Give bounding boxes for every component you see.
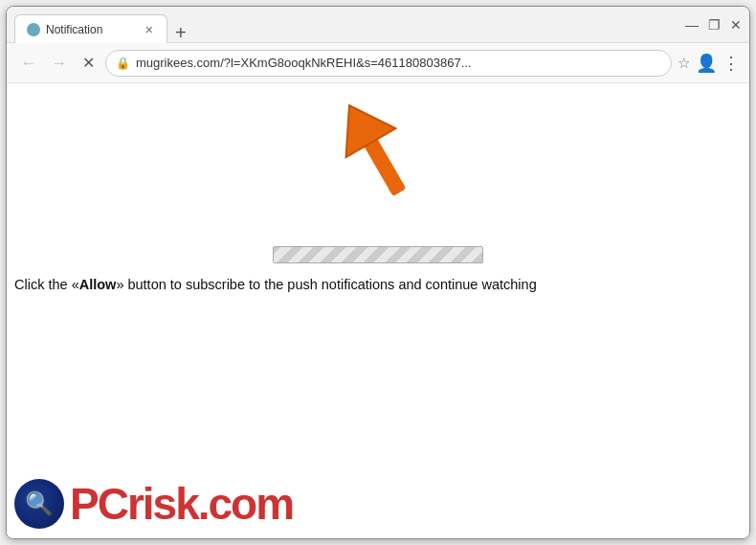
window-controls: — ❐ ✕ [685, 18, 742, 32]
nav-bar: ← → ✕ 🔒 mugrikees.com/?l=XKmG8ooqkNkREHI… [7, 43, 749, 83]
tab-title: Notification [46, 23, 138, 36]
forward-button[interactable]: → [47, 52, 72, 75]
profile-icon[interactable]: 👤 [696, 53, 717, 74]
lock-icon: 🔒 [116, 57, 130, 70]
pcrisk-text: PCrisk.com [70, 482, 293, 526]
svg-marker-1 [324, 93, 395, 157]
notification-text: Click the «Allow» button to subscribe to… [14, 275, 749, 296]
tab-favicon [27, 23, 40, 36]
stop-button[interactable]: ✕ [78, 52, 100, 75]
browser-window: Notification × + — ❐ ✕ ← → ✕ 🔒 mugrikees… [6, 6, 750, 539]
bookmark-icon[interactable]: ☆ [678, 55, 690, 72]
close-button[interactable]: ✕ [730, 18, 742, 32]
tab-area: Notification × + [14, 7, 685, 42]
pcrisk-watermark: PCrisk.com [14, 479, 293, 529]
orange-arrow-icon [321, 93, 435, 217]
menu-icon[interactable]: ⋮ [723, 53, 740, 74]
pc-text: PC [70, 479, 127, 529]
progress-bar-area [273, 246, 483, 263]
new-tab-button[interactable]: + [175, 23, 187, 42]
back-button[interactable]: ← [16, 52, 41, 75]
progress-bar [273, 246, 483, 263]
risk-text: risk.com [127, 479, 293, 529]
arrow-container [321, 93, 435, 221]
pcrisk-logo-icon [14, 479, 64, 529]
restore-button[interactable]: ❐ [708, 18, 721, 32]
title-bar: Notification × + — ❐ ✕ [7, 7, 749, 43]
allow-label: Allow [79, 277, 117, 292]
minimize-button[interactable]: — [685, 18, 699, 32]
address-text: mugrikees.com/?l=XKmG8ooqkNkREHI&s=46118… [136, 56, 661, 70]
address-bar[interactable]: 🔒 mugrikees.com/?l=XKmG8ooqkNkREHI&s=461… [105, 50, 672, 77]
browser-tab[interactable]: Notification × [14, 14, 167, 43]
page-content: Click the «Allow» button to subscribe to… [7, 83, 749, 538]
tab-close-button[interactable]: × [144, 21, 155, 38]
